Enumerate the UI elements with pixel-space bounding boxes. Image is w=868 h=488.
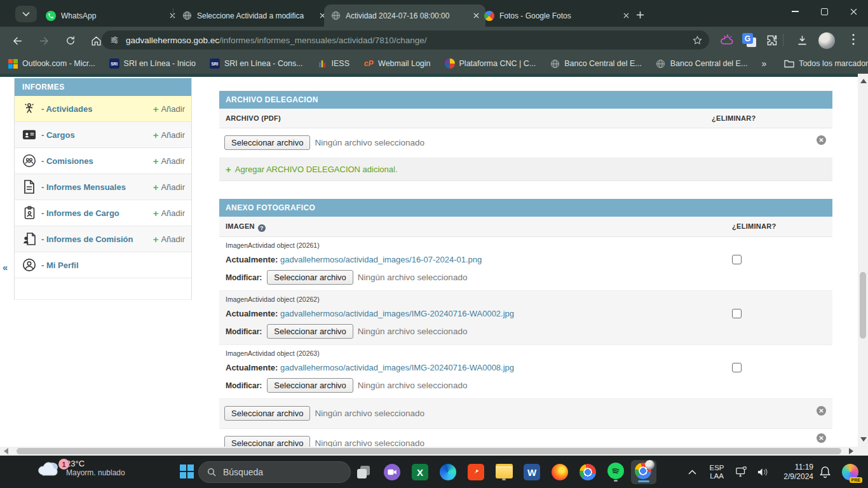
search-placeholder: Búsqueda <box>223 467 263 477</box>
excel-button[interactable]: X <box>407 460 433 484</box>
copilot-button[interactable]: PRE <box>836 464 864 480</box>
modificar-label: Modificar: <box>226 381 262 390</box>
tab-seleccione-actividad[interactable]: Seleccione Actividad a modifica <box>175 4 332 27</box>
sidebar-item-informes-de-comision[interactable]: - Informes de Comisión +Añadir <box>15 226 191 252</box>
window-minimize-button[interactable] <box>780 0 810 23</box>
extension-cloud-button[interactable] <box>719 33 735 48</box>
delete-checkbox[interactable] <box>732 309 742 318</box>
add-comisiones-link[interactable]: +Añadir <box>153 156 185 166</box>
vertical-scrollbar[interactable] <box>858 74 868 447</box>
sidebar-item-informes-de-cargo[interactable]: - Informes de Cargo +Añadir <box>15 200 191 226</box>
new-tab-button[interactable] <box>633 8 647 22</box>
add-label: Añadir <box>161 182 185 192</box>
task-view-button[interactable] <box>351 460 377 484</box>
spotify-button[interactable] <box>603 460 628 484</box>
bookmarks-overflow-button[interactable]: » <box>761 58 766 69</box>
chrome-button[interactable] <box>575 460 600 484</box>
bookmark-iess[interactable]: IESS <box>317 58 350 69</box>
clock[interactable]: 11:19 2/9/2024 <box>773 463 813 482</box>
scroll-down-icon[interactable] <box>860 437 867 442</box>
tab-actividad-active[interactable]: Actividad 2024-07-16 08:00:00 <box>324 4 485 27</box>
file-link[interactable]: gadvallehermoso/actividad_images/IMG-202… <box>280 363 514 372</box>
downloads-button[interactable] <box>796 34 809 47</box>
bookmark-banco-central-2[interactable]: Banco Central del E... <box>656 58 748 69</box>
tab-title: WhatsApp <box>61 11 161 20</box>
scroll-left-icon[interactable] <box>4 448 8 454</box>
add-archivo-link[interactable]: Agregar ARCHIVO DELEGACION adicional. <box>235 165 398 174</box>
forward-button[interactable] <box>36 32 52 49</box>
sidebar-item-informes-mensuales[interactable]: - Informes Mensuales +Añadir <box>15 174 191 200</box>
remove-row-icon[interactable]: ✕ <box>817 406 826 416</box>
add-archivo-row[interactable]: + Agregar ARCHIVO DELEGACION adicional. <box>219 158 832 181</box>
sidebar-collapse-button[interactable]: « <box>3 262 8 273</box>
chrome-active-button[interactable] <box>631 460 656 484</box>
anexo-file-input[interactable]: Seleccionar archivoNingún archivo selecc… <box>224 406 424 421</box>
add-cargos-link[interactable]: +Añadir <box>153 130 185 140</box>
taskbar-search[interactable]: Búsqueda <box>198 461 351 483</box>
network-button[interactable] <box>731 466 752 478</box>
select-file-button[interactable]: Seleccionar archivo <box>224 436 310 447</box>
select-file-button[interactable]: Seleccionar archivo <box>267 378 353 393</box>
profile-avatar[interactable] <box>818 32 835 49</box>
select-file-button[interactable]: Seleccionar archivo <box>224 406 310 421</box>
extensions-button[interactable] <box>765 34 778 47</box>
browser-menu-button[interactable] <box>848 33 859 46</box>
edge-button[interactable] <box>435 460 461 484</box>
remove-row-icon[interactable]: ✕ <box>817 433 826 443</box>
archivo-file-input[interactable]: Seleccionar archivoNingún archivo selecc… <box>224 135 424 150</box>
tab-search-button[interactable] <box>15 6 37 22</box>
bookmark-banco-central-1[interactable]: Banco Central del E... <box>550 58 642 69</box>
bookmark-webmail[interactable]: cP Webmail Login <box>363 58 430 69</box>
window-maximize-button[interactable] <box>810 0 839 23</box>
sidebar-item-cargos[interactable]: - Cargos +Añadir <box>15 122 191 148</box>
delete-checkbox[interactable] <box>732 363 742 372</box>
tab-close-icon[interactable] <box>620 10 632 22</box>
back-button[interactable] <box>9 32 25 49</box>
tray-expand-button[interactable] <box>681 470 703 475</box>
bookmark-sri-inicio[interactable]: SRI SRI en Línea - Inicio <box>109 58 196 69</box>
video-chat-app-button[interactable] <box>379 460 405 484</box>
vertical-scroll-thumb[interactable] <box>860 272 866 339</box>
volume-button[interactable] <box>752 467 773 477</box>
pdf-app-button[interactable] <box>463 460 489 484</box>
reload-button[interactable] <box>62 32 79 49</box>
bookmark-sri-consultas[interactable]: SRI SRI en Línea - Cons... <box>210 58 303 69</box>
add-informes-de-comision-link[interactable]: +Añadir <box>153 234 185 244</box>
select-file-button[interactable]: Seleccionar archivo <box>267 324 353 339</box>
scroll-right-icon[interactable] <box>849 448 853 454</box>
language-indicator[interactable]: ESP LAA <box>703 464 731 480</box>
remove-row-icon[interactable]: ✕ <box>817 135 826 145</box>
sidebar-item-comisiones[interactable]: - Comisiones +Añadir <box>15 148 191 174</box>
start-button[interactable] <box>177 462 196 481</box>
file-link[interactable]: gadvallehermoso/actividad_images/IMG-202… <box>280 309 514 318</box>
window-close-button[interactable] <box>839 0 868 23</box>
home-icon <box>90 35 102 47</box>
bookmark-star-button[interactable] <box>692 35 703 46</box>
add-actividades-link[interactable]: +Añadir <box>153 104 185 114</box>
select-file-button[interactable]: Seleccionar archivo <box>267 270 353 285</box>
translate-extension-button[interactable]: G <box>742 33 756 47</box>
select-file-button[interactable]: Seleccionar archivo <box>224 135 310 150</box>
weather-widget[interactable]: 23°C Mayorm. nublado <box>37 459 125 477</box>
add-informes-mensuales-link[interactable]: +Añadir <box>153 182 185 192</box>
horizontal-scroll-thumb[interactable] <box>17 448 841 454</box>
file-explorer-button[interactable] <box>491 460 517 484</box>
scroll-up-icon[interactable] <box>860 79 867 83</box>
all-bookmarks-button[interactable]: Todos los marcadores <box>784 58 868 69</box>
tab-google-fotos[interactable]: Fotos - Google Fotos <box>478 4 635 27</box>
copilot-icon: PRE <box>842 464 858 480</box>
bookmark-outlook[interactable]: Outlook.com - Micr... <box>8 58 95 69</box>
bookmark-cnc[interactable]: Plataforma CNC | C... <box>445 58 536 69</box>
sidebar-item-mi-perfil[interactable]: - Mi Perfil <box>15 252 191 278</box>
help-icon[interactable]: ? <box>258 224 266 232</box>
delete-checkbox[interactable] <box>732 255 742 264</box>
word-button[interactable]: W <box>519 460 545 484</box>
notifications-button[interactable] <box>813 466 836 478</box>
add-informes-de-cargo-link[interactable]: +Añadir <box>153 208 185 218</box>
sidebar-item-actividades[interactable]: - Actividades +Añadir <box>15 96 191 122</box>
tab-whatsapp[interactable]: WhatsApp <box>39 4 182 27</box>
url-bar[interactable]: gadvallehermoso.gob.ec/informes/informes… <box>102 30 709 50</box>
file-link[interactable]: gadvallehermoso/actividad_images/16-07-2… <box>280 255 482 264</box>
anexo-file-input[interactable]: Seleccionar archivoNingún archivo selecc… <box>224 436 424 447</box>
firefox-button[interactable] <box>547 460 573 484</box>
